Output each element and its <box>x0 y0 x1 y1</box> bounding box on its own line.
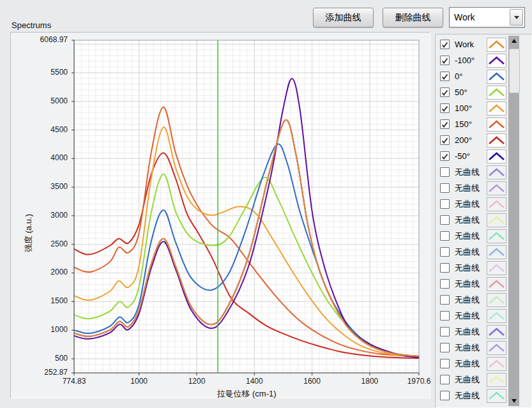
check-icon <box>441 121 449 129</box>
line-style-icon <box>487 310 506 322</box>
line-style-icon <box>487 150 506 163</box>
legend-checkbox[interactable] <box>440 391 450 400</box>
legend-line-swatch[interactable] <box>487 389 506 403</box>
legend-line-swatch[interactable] <box>487 54 506 68</box>
legend-label: Work <box>455 40 474 49</box>
legend-checkbox[interactable] <box>440 56 450 65</box>
legend-line-swatch[interactable] <box>487 102 506 116</box>
legend-checkbox[interactable] <box>440 72 450 81</box>
line-style-icon <box>487 182 506 195</box>
line-style-icon <box>487 294 506 306</box>
legend-checkbox[interactable] <box>440 231 450 241</box>
legend-line-swatch[interactable] <box>487 341 506 355</box>
legend-scrollbar[interactable] <box>508 36 519 406</box>
legend-line-swatch[interactable] <box>487 70 506 84</box>
line-style-icon <box>487 246 506 259</box>
legend-line-swatch[interactable] <box>487 309 506 323</box>
legend-row: 150° <box>436 116 508 132</box>
legend-row: 无曲线 <box>436 276 508 292</box>
legend-line-swatch[interactable] <box>487 325 506 339</box>
legend-label: 无曲线 <box>455 230 480 242</box>
legend-row: Work <box>436 36 508 52</box>
arrow-up-icon <box>512 39 517 43</box>
legend-checkbox[interactable] <box>440 263 450 273</box>
legend-checkbox[interactable] <box>440 247 450 257</box>
legend-checkbox[interactable] <box>440 311 450 321</box>
legend-checkbox[interactable] <box>440 103 450 113</box>
legend-line-swatch[interactable] <box>487 213 506 227</box>
legend-line-swatch[interactable] <box>487 86 506 100</box>
legend-line-swatch[interactable] <box>487 149 506 163</box>
legend-label: 无曲线 <box>455 326 480 338</box>
legend-line-swatch[interactable] <box>487 38 506 52</box>
line-style-icon <box>487 262 506 275</box>
line-style-icon <box>487 358 506 370</box>
scrollbar-thumb[interactable] <box>509 49 520 93</box>
legend-line-swatch[interactable] <box>487 165 506 179</box>
y-tick-label: 4500 <box>11 125 68 135</box>
legend-row: 无曲线 <box>436 388 508 404</box>
line-style-icon <box>487 102 506 115</box>
line-style-icon <box>487 326 506 338</box>
legend-checkbox[interactable] <box>440 87 450 97</box>
line-style-icon <box>487 118 506 131</box>
y-tick-label: 5000 <box>11 96 68 106</box>
y-tick-label: 252.87 <box>11 368 68 377</box>
legend-label: 无曲线 <box>455 294 480 306</box>
legend-line-swatch[interactable] <box>487 373 506 387</box>
legend-checkbox[interactable] <box>440 135 450 145</box>
legend-line-swatch[interactable] <box>487 181 506 195</box>
scroll-up-button[interactable] <box>508 36 519 46</box>
legend-line-swatch[interactable] <box>487 357 506 371</box>
legend-line-swatch[interactable] <box>487 245 506 259</box>
legend-checkbox[interactable] <box>440 327 450 336</box>
add-curve-button[interactable]: 添加曲线 <box>313 8 374 27</box>
check-icon <box>441 57 449 65</box>
legend-line-swatch[interactable] <box>487 197 506 211</box>
y-tick-label: 3500 <box>11 182 68 192</box>
y-tick-label: 6068.97 <box>11 35 68 45</box>
chevron-down-icon <box>514 16 519 19</box>
legend-line-swatch[interactable] <box>487 277 506 291</box>
scroll-down-button[interactable] <box>508 396 519 406</box>
legend-row: 无曲线 <box>436 164 508 180</box>
x-tick-label: 1200 <box>174 377 219 386</box>
legend-checkbox[interactable] <box>440 183 450 193</box>
legend-label: 无曲线 <box>455 167 480 178</box>
arrow-down-icon <box>512 399 517 403</box>
legend-line-swatch[interactable] <box>487 229 506 243</box>
legend-row: 100° <box>436 100 508 116</box>
legend-checkbox[interactable] <box>440 295 450 305</box>
legend-checkbox[interactable] <box>440 343 450 352</box>
legend-label: -100° <box>455 56 475 65</box>
x-tick-label: 1800 <box>347 377 392 386</box>
legend-label: 无曲线 <box>455 390 480 402</box>
legend-checkbox[interactable] <box>440 40 450 49</box>
delete-curve-button[interactable]: 删除曲线 <box>383 8 443 27</box>
legend-checkbox[interactable] <box>440 167 450 177</box>
legend-checkbox[interactable] <box>440 199 450 209</box>
plot-legend-panel: Work-100°0°50°100°150°200°-50°无曲线无曲线无曲线无… <box>435 34 532 408</box>
legend-row: 无曲线 <box>436 212 508 228</box>
legend-line-swatch[interactable] <box>487 261 506 275</box>
y-tick-label: 1500 <box>11 296 68 306</box>
line-style-icon <box>487 374 506 386</box>
legend-checkbox[interactable] <box>440 215 450 225</box>
legend-label: -50° <box>455 151 470 161</box>
legend-line-swatch[interactable] <box>487 117 506 132</box>
legend-checkbox[interactable] <box>440 375 450 384</box>
spectrum-chart-panel: 6068.97550050004500400035003000250020001… <box>10 32 430 398</box>
dropdown-arrow-button[interactable] <box>510 9 523 26</box>
legend-row: 无曲线 <box>436 340 508 356</box>
legend-line-swatch[interactable] <box>487 293 506 307</box>
legend-checkbox[interactable] <box>440 359 450 368</box>
legend-row: 无曲线 <box>436 356 508 372</box>
plot-area[interactable] <box>70 36 423 377</box>
curve-select-dropdown[interactable]: Work <box>449 7 525 27</box>
legend-checkbox[interactable] <box>440 119 450 129</box>
legend-row: 50° <box>436 84 508 100</box>
legend-label: 无曲线 <box>455 183 480 194</box>
legend-line-swatch[interactable] <box>487 133 506 147</box>
legend-checkbox[interactable] <box>440 151 450 161</box>
legend-checkbox[interactable] <box>440 279 450 289</box>
